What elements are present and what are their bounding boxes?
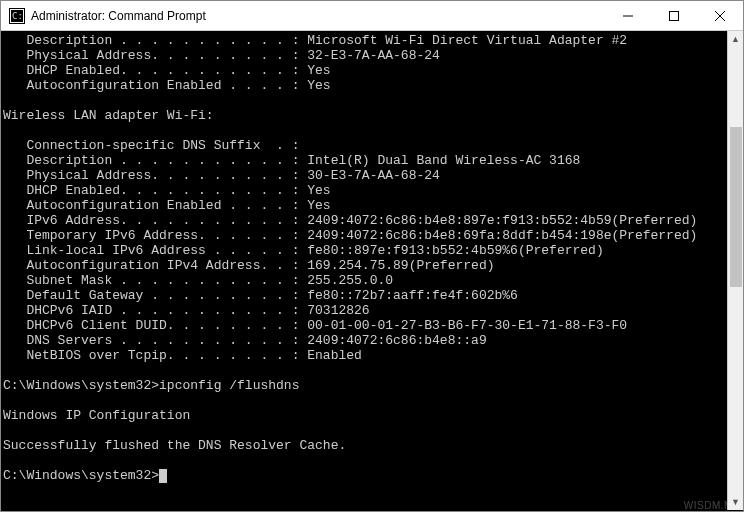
line: Autoconfiguration Enabled . . . . :: [3, 198, 307, 213]
line: Temporary IPv6 Address. . . . . . :: [3, 228, 307, 243]
value: 70312826: [307, 303, 369, 318]
value: 2409:4072:6c86:b4e8:69fa:8ddf:b454:198e(…: [307, 228, 697, 243]
value: 255.255.0.0: [307, 273, 393, 288]
line: Autoconfiguration IPv4 Address. . :: [3, 258, 307, 273]
value: Yes: [307, 78, 330, 93]
command-prompt-window: C: Administrator: Command Prompt Descrip…: [0, 0, 744, 512]
line: Physical Address. . . . . . . . . :: [3, 48, 307, 63]
line: Link-local IPv6 Address . . . . . :: [3, 243, 307, 258]
value: 169.254.75.89(Preferred): [307, 258, 494, 273]
cursor-icon: [159, 469, 167, 483]
scroll-track[interactable]: [728, 47, 743, 494]
window-title: Administrator: Command Prompt: [31, 9, 206, 23]
line: NetBIOS over Tcpip. . . . . . . . :: [3, 348, 307, 363]
value: Yes: [307, 183, 330, 198]
value: Microsoft Wi-Fi Direct Virtual Adapter #…: [307, 33, 627, 48]
value: 30-E3-7A-AA-68-24: [307, 168, 440, 183]
terminal-area[interactable]: Description . . . . . . . . . . . : Micr…: [1, 31, 743, 511]
vertical-scrollbar[interactable]: ▲ ▼: [727, 31, 743, 510]
value: Enabled: [307, 348, 362, 363]
line: Description . . . . . . . . . . . :: [3, 33, 307, 48]
line: Physical Address. . . . . . . . . :: [3, 168, 307, 183]
minimize-button[interactable]: [605, 1, 651, 31]
svg-rect-5: [670, 11, 679, 20]
cmd-icon: C:: [9, 8, 25, 24]
output-header: Windows IP Configuration: [3, 408, 190, 423]
typed-command: ipconfig /flushdns: [159, 378, 299, 393]
output-message: Successfully flushed the DNS Resolver Ca…: [3, 438, 346, 453]
value: Yes: [307, 63, 330, 78]
line: DNS Servers . . . . . . . . . . . :: [3, 333, 307, 348]
value: 2409:4072:6c86:b4e8::a9: [307, 333, 486, 348]
line: Connection-specific DNS Suffix . :: [3, 138, 307, 153]
value: 2409:4072:6c86:b4e8:897e:f913:b552:4b59(…: [307, 213, 697, 228]
terminal-content: Description . . . . . . . . . . . : Micr…: [3, 33, 743, 483]
section-header: Wireless LAN adapter Wi-Fi:: [3, 108, 214, 123]
value: 32-E3-7A-AA-68-24: [307, 48, 440, 63]
titlebar[interactable]: C: Administrator: Command Prompt: [1, 1, 743, 31]
close-button[interactable]: [697, 1, 743, 31]
line: DHCP Enabled. . . . . . . . . . . :: [3, 63, 307, 78]
prompt: C:\Windows\system32>: [3, 378, 159, 393]
line: Autoconfiguration Enabled . . . . :: [3, 78, 307, 93]
svg-text:C:: C:: [12, 11, 23, 21]
prompt: C:\Windows\system32>: [3, 468, 159, 483]
maximize-button[interactable]: [651, 1, 697, 31]
scroll-up-arrow-icon[interactable]: ▲: [728, 31, 743, 47]
scroll-thumb[interactable]: [730, 127, 742, 287]
value: 00-01-00-01-27-B3-B6-F7-30-E1-71-88-F3-F…: [307, 318, 627, 333]
line: DHCPv6 IAID . . . . . . . . . . . :: [3, 303, 307, 318]
value: fe80::897e:f913:b552:4b59%6(Preferred): [307, 243, 603, 258]
line: DHCP Enabled. . . . . . . . . . . :: [3, 183, 307, 198]
value: Intel(R) Dual Band Wireless-AC 3168: [307, 153, 580, 168]
line: Description . . . . . . . . . . . :: [3, 153, 307, 168]
value: fe80::72b7:aaff:fe4f:602b%6: [307, 288, 518, 303]
scroll-down-arrow-icon[interactable]: ▼: [728, 494, 743, 510]
line: Subnet Mask . . . . . . . . . . . :: [3, 273, 307, 288]
line: DHCPv6 Client DUID. . . . . . . . :: [3, 318, 307, 333]
value: Yes: [307, 198, 330, 213]
line: Default Gateway . . . . . . . . . :: [3, 288, 307, 303]
line: IPv6 Address. . . . . . . . . . . :: [3, 213, 307, 228]
